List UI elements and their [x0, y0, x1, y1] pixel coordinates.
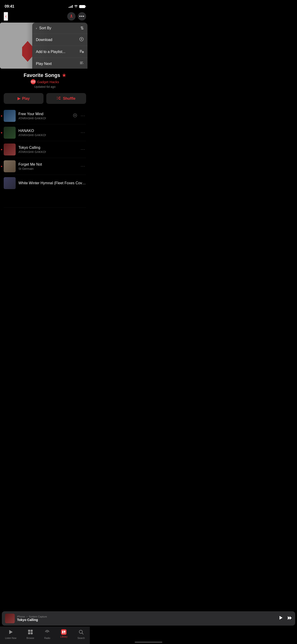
song-info: HANAKO ATARASHII GAKKO!: [18, 129, 80, 137]
menu-item-download[interactable]: Download: [32, 34, 88, 46]
signal-icon: [68, 5, 73, 8]
sort-by-arrow-icon: ›: [36, 26, 37, 30]
download-nav-button[interactable]: [67, 12, 76, 20]
song-info: Forget Me Not St Germain: [18, 162, 80, 170]
more-nav-button[interactable]: •••: [78, 12, 86, 20]
shuffle-label: Shuffle: [63, 96, 75, 101]
action-buttons: ▶ Play Shuffle: [0, 91, 90, 108]
shuffle-icon: [57, 96, 61, 101]
song-download-icon[interactable]: [73, 113, 77, 118]
shuffle-button[interactable]: Shuffle: [46, 93, 86, 104]
download-icon: [79, 37, 84, 42]
song-star-icon: ★: [0, 131, 3, 134]
song-list: ★ Free Your Mind ATARASHII GAKKO! ··· ★ …: [0, 108, 90, 208]
song-title: HANAKO: [18, 129, 80, 133]
song-actions: ···: [73, 113, 86, 119]
song-thumbnail: [4, 177, 16, 189]
song-star-icon: ★: [0, 114, 3, 118]
album-area: › Sort By ⇅ Download Add to a Playlist..…: [0, 22, 90, 69]
song-more-button[interactable]: ···: [80, 113, 86, 119]
song-item[interactable]: ★ HANAKO ATARASHII GAKKO! ···: [4, 124, 86, 141]
sort-by-icon: ⇅: [80, 26, 84, 31]
play-icon: ▶: [18, 96, 20, 101]
battery-icon: [79, 5, 85, 8]
menu-item-sort-by[interactable]: › Sort By ⇅: [32, 22, 88, 34]
song-item[interactable]: ★ Tokyo Calling ATARASHII GAKKO! ···: [4, 141, 86, 158]
svg-rect-2: [80, 51, 82, 51]
author-name: Gadget Hacks: [37, 80, 59, 84]
add-playlist-icon: [79, 49, 84, 54]
song-more-button[interactable]: ···: [80, 146, 86, 152]
song-info: Tokyo Calling ATARASHII GAKKO!: [18, 146, 80, 154]
song-item[interactable]: White Winter Hymnal (Fleet Foxes Cover): [4, 175, 86, 208]
menu-item-play-next[interactable]: Play Next: [32, 58, 88, 69]
song-artist: ATARASHII GAKKO!: [18, 133, 80, 137]
favorite-star-icon: ★: [62, 72, 66, 78]
song-thumbnail: [4, 110, 16, 122]
song-actions: ···: [80, 146, 86, 152]
song-actions: ···: [80, 130, 86, 136]
song-thumbnail: [4, 127, 16, 139]
back-button[interactable]: ‹: [4, 12, 8, 21]
song-artist: ATARASHII GAKKO!: [18, 150, 80, 154]
add-playlist-label: Add to a Playlist...: [36, 50, 66, 54]
song-thumbnail: [4, 144, 16, 156]
download-label: Download: [36, 38, 52, 42]
song-star-icon: ★: [0, 148, 3, 151]
song-star-icon: ★: [0, 165, 3, 168]
status-icons: [68, 5, 85, 8]
song-artist: ATARASHII GAKKO!: [18, 116, 73, 120]
song-info: White Winter Hymnal (Fleet Foxes Cover): [18, 181, 86, 185]
playlist-author[interactable]: GADGET HACKS Gadget Hacks: [4, 79, 85, 84]
play-next-label: Play Next: [36, 62, 52, 66]
sort-by-label: Sort By: [39, 26, 51, 30]
song-more-button[interactable]: ···: [80, 130, 86, 136]
nav-right-buttons: •••: [67, 12, 86, 20]
svg-rect-1: [80, 50, 82, 50]
song-artist: St Germain: [18, 167, 80, 170]
play-button[interactable]: ▶ Play: [4, 93, 44, 104]
play-next-icon: [79, 61, 84, 66]
playlist-title: Favorite Songs ★: [4, 72, 85, 78]
playlist-info: Favorite Songs ★ GADGET HACKS Gadget Hac…: [0, 69, 90, 91]
song-info: Free Your Mind ATARASHII GAKKO!: [18, 112, 73, 120]
status-time: 09:41: [4, 4, 14, 9]
song-title: Free Your Mind: [18, 112, 73, 116]
svg-rect-3: [80, 52, 81, 52]
nav-bar: ‹ •••: [0, 11, 90, 22]
song-item[interactable]: ★ Forget Me Not St Germain ···: [4, 158, 86, 175]
author-badge: GADGET HACKS: [30, 79, 36, 84]
song-thumbnail: [4, 160, 16, 172]
play-label: Play: [22, 96, 30, 101]
wifi-icon: [74, 5, 78, 8]
download-nav-icon: [70, 14, 73, 19]
status-bar: 09:41: [0, 0, 90, 11]
song-title: Forget Me Not: [18, 162, 80, 166]
song-actions: ···: [80, 163, 86, 169]
song-title: Tokyo Calling: [18, 146, 80, 150]
updated-text: Updated 6d ago: [4, 85, 85, 88]
context-menu: › Sort By ⇅ Download Add to a Playlist..…: [32, 22, 88, 69]
song-title: White Winter Hymnal (Fleet Foxes Cover): [18, 181, 86, 185]
song-more-button[interactable]: ···: [80, 163, 86, 169]
song-item[interactable]: ★ Free Your Mind ATARASHII GAKKO! ···: [4, 108, 86, 124]
menu-item-add-playlist[interactable]: Add to a Playlist...: [32, 46, 88, 58]
